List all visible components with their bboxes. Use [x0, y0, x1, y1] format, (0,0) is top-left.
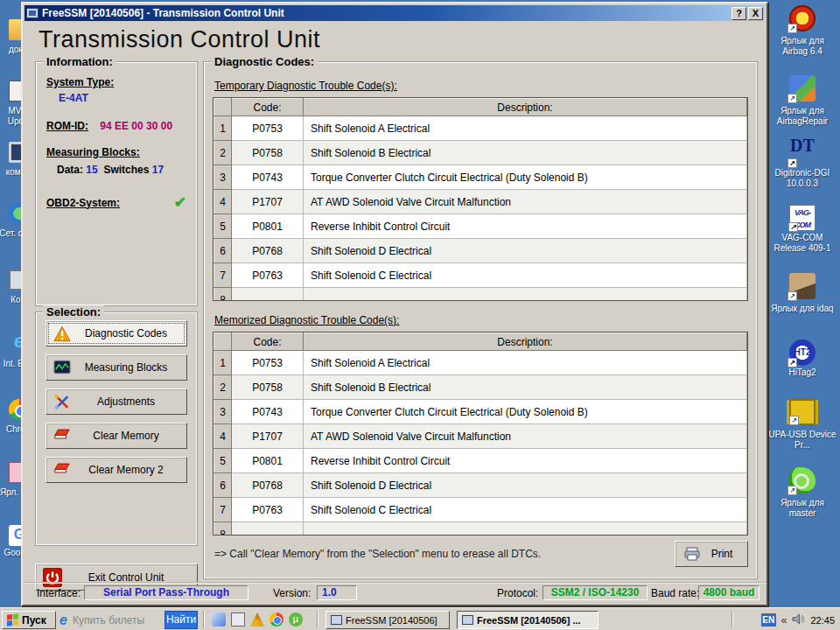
- row-number-cell: 5: [214, 214, 232, 239]
- volume-icon[interactable]: [792, 613, 805, 627]
- table-row: 2P0758Shift Solenoid B Electrical: [214, 375, 747, 400]
- dtc-description-cell: Torque Converter Clutch Circuit Electric…: [304, 165, 747, 190]
- taskbar-window-2[interactable]: FreeSSM [20140506] ...: [457, 611, 598, 629]
- desktop-icon-label: HiTag2: [768, 368, 836, 378]
- freessm-app-icon: [331, 615, 342, 625]
- tray-chevron-icon[interactable]: «: [781, 614, 788, 626]
- memorized-dtc-label: Memorized Diagnostic Trouble Code(s):: [214, 314, 748, 326]
- dtc-code-cell: P0763: [232, 263, 304, 288]
- mail-icon[interactable]: [212, 612, 226, 626]
- hitag2-icon: ↗: [789, 340, 816, 366]
- close-button[interactable]: X: [748, 7, 763, 20]
- row-number-cell: 1: [214, 351, 232, 375]
- shortcut-arrow-icon: ↗: [789, 416, 799, 425]
- shortcut-arrow-icon: ↗: [788, 24, 797, 33]
- row-number-cell: 6: [214, 473, 232, 498]
- utorrent-icon[interactable]: [289, 612, 303, 626]
- page-title: Transmission Control Unit: [38, 26, 320, 53]
- print-button[interactable]: Print: [675, 541, 748, 567]
- idaq-icon: ↗: [789, 273, 816, 299]
- vagcom-icon: ↗: [789, 205, 816, 231]
- desktop: док...MVCI Upd...комп...Сет. окр...Ко...…: [0, 0, 840, 630]
- desktop-icon-label: Ярлык для master: [768, 498, 836, 519]
- dtc-code-cell: P0763: [232, 498, 304, 522]
- ie-icon: e: [60, 612, 67, 628]
- taskbar-separator: [732, 611, 733, 628]
- table-row: 8: [214, 288, 747, 302]
- num-column-header: [214, 333, 232, 351]
- table-row: 7P0763Shift Solenoid C Electrical: [214, 498, 747, 522]
- dtc-code-cell: [232, 522, 304, 536]
- start-button[interactable]: Пуск: [2, 611, 56, 629]
- table-row: 8: [214, 522, 747, 536]
- row-number-cell: 1: [214, 116, 232, 141]
- desktop-icon-ярлык-для-airbag-6-4[interactable]: ↗Ярлык для Airbag 6.4: [768, 5, 836, 57]
- dtc-description-cell: Shift Solenoid B Electrical: [304, 141, 747, 165]
- table-row: 3P0743Torque Converter Clutch Circuit El…: [214, 165, 747, 190]
- data-label: Data:: [57, 164, 83, 176]
- protocol-label: Protocol:: [497, 587, 538, 599]
- information-groupbox: Information: System Type: E-4AT ROM-ID: …: [35, 61, 198, 306]
- desktop-icon-label: UPA-USB Device Pr...: [768, 430, 836, 451]
- table-row: 6P0768Shift Solenoid D Electrical: [214, 473, 747, 498]
- row-number-cell: 4: [214, 424, 232, 449]
- chrome-icon[interactable]: [270, 612, 284, 626]
- dtc-code-cell: P0758: [232, 141, 304, 165]
- selection-button-clear-memory-2[interactable]: Clear Memory 2: [46, 457, 187, 483]
- selection-button-diagnostic-codes[interactable]: Diagnostic Codes: [46, 320, 187, 346]
- flame-icon[interactable]: [250, 612, 264, 626]
- table-row: 1P0753Shift Solenoid A Electrical: [214, 116, 747, 141]
- selection-button-measuring-blocks[interactable]: Measuring Blocks: [46, 354, 187, 381]
- table-row: 5P0801Reverse Inhibit Control Circuit: [214, 449, 747, 473]
- help-button[interactable]: ?: [732, 7, 746, 20]
- start-button-label: Пуск: [22, 614, 46, 626]
- interface-label: Interface:: [37, 587, 80, 599]
- version-value: 1.0: [317, 585, 357, 600]
- diagnostic-codes-title: Diagnostic Codes:: [211, 55, 318, 68]
- table-row: 6P0768Shift Solenoid D Electrical: [214, 239, 747, 263]
- eraser-icon: [53, 462, 71, 479]
- system-type-label: System Type:: [46, 76, 197, 88]
- taskbar: Пуск e Купить билеты Найти FreeSSM [2014…: [0, 607, 840, 630]
- baud-rate-value: 4800 baud: [698, 585, 760, 600]
- notes-icon[interactable]: [231, 612, 245, 626]
- desktop-icon-hitag2[interactable]: ↗HiTag2: [768, 340, 836, 378]
- dtc-code-cell: P0768: [232, 239, 304, 263]
- oscilloscope-icon: [53, 360, 71, 376]
- window-titlebar[interactable]: FreeSSM [20140506] - Transmission Contro…: [24, 5, 765, 21]
- shortcut-arrow-icon: ↗: [788, 94, 797, 103]
- taskbar-search-field[interactable]: e Купить билеты: [60, 611, 163, 629]
- desktop-icon-ярлык-для-airbagrepair[interactable]: ↗Ярлык для AirbagRepair: [768, 75, 836, 127]
- interface-value: Serial Port Pass-Through: [84, 585, 248, 600]
- dtc-code-cell: P0768: [232, 473, 304, 498]
- taskbar-window-1[interactable]: FreeSSM [20140506]: [326, 611, 450, 629]
- temporary-dtc-table[interactable]: Code: Description: 1P0753Shift Solenoid …: [213, 97, 748, 301]
- language-indicator[interactable]: EN: [761, 613, 776, 626]
- master-icon: ↗: [789, 467, 816, 494]
- taskbar-window-label: FreeSSM [20140506] ...: [477, 615, 581, 626]
- obd2-row: OBD2-System: ✔: [46, 193, 186, 212]
- temporary-dtc-label: Temporary Diagnostic Trouble Code(s):: [214, 80, 748, 92]
- selection-button-adjustments[interactable]: Adjustments: [46, 388, 187, 415]
- dtc-code-cell: P1707: [232, 424, 304, 449]
- switches-label: Switches: [103, 164, 149, 176]
- taskbar-separator: [317, 611, 318, 628]
- shortcut-arrow-icon: ↗: [788, 291, 797, 301]
- dtc-description-cell: Shift Solenoid D Electrical: [304, 473, 747, 498]
- row-number-cell: 8: [214, 288, 232, 302]
- desktop-icon-digitronic-dgi-10-0-0-3[interactable]: ↗Digitronic-DGI 10.0.0.3: [768, 140, 836, 189]
- desktop-icon-ярлык-для-idaq[interactable]: ↗Ярлык для idaq: [768, 273, 836, 314]
- desktop-icon-ярлык-для-master[interactable]: ↗Ярлык для master: [768, 467, 836, 519]
- dtc-description-cell: Reverse Inhibit Control Circuit: [304, 449, 747, 473]
- find-button[interactable]: Найти: [164, 611, 198, 629]
- dtc-code-cell: P0743: [232, 165, 304, 190]
- desktop-icon-vag-com-release-409-1[interactable]: ↗VAG-COM Release 409-1: [768, 205, 836, 254]
- memorized-dtc-table[interactable]: Code: Description: 1P0753Shift Solenoid …: [213, 332, 748, 536]
- dtc-description-cell: AT AWD Solenoid Valve Circuit Malfunctio…: [304, 424, 747, 449]
- selection-button-clear-memory[interactable]: Clear Memory: [46, 423, 187, 449]
- desktop-icon-upa-usb-device-pr[interactable]: ↗UPA-USB Device Pr...: [768, 399, 836, 451]
- airbag-icon: ↗: [789, 5, 816, 32]
- row-number-cell: 7: [214, 498, 232, 522]
- table-row: 7P0763Shift Solenoid C Electrical: [214, 263, 747, 288]
- upausb-icon: ↗: [789, 399, 816, 425]
